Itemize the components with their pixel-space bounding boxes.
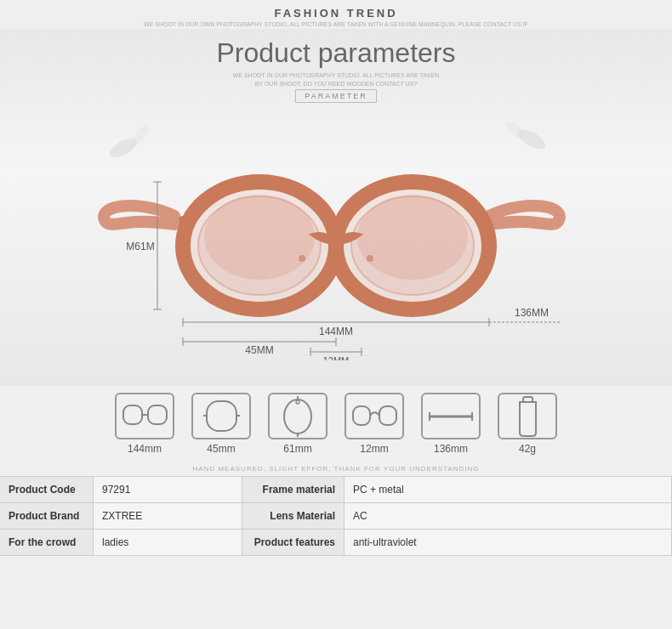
- fashion-trend-title: FASHION TREND: [0, 7, 672, 20]
- value-frame-material: PC + metal: [345, 477, 672, 502]
- bottle-icon: [513, 395, 543, 438]
- icon-item-45: 45mm: [191, 393, 251, 455]
- svg-point-10: [299, 255, 305, 262]
- header-subtitle: WE SHOOT IN OUR OWN PHOTOGRAPHY STUDIO, …: [0, 21, 672, 27]
- label-for-crowd: For the crowd: [0, 530, 94, 555]
- svg-point-12: [179, 216, 187, 224]
- double-lens-icon: [122, 401, 168, 431]
- oval-lens-icon: [279, 395, 317, 438]
- svg-point-41: [296, 400, 299, 404]
- svg-text:136MM: 136MM: [515, 307, 549, 319]
- icon-item-42: 42g: [498, 393, 557, 455]
- params-section: Product parameters WE SHOOT IN OUR PHOTO…: [0, 29, 672, 386]
- bridge-icon: [351, 400, 398, 434]
- icon-item-144: 144mm: [115, 393, 174, 455]
- svg-text:45MM: 45MM: [245, 344, 273, 356]
- table-row-3: For the crowd ladies Product features an…: [0, 530, 672, 556]
- icon-label-42: 42g: [519, 443, 536, 455]
- icon-box-12: [345, 393, 404, 439]
- label-product-code: Product Code: [0, 477, 94, 502]
- icon-box-42: [498, 393, 557, 439]
- label-frame-material: Frame material: [242, 477, 345, 502]
- svg-rect-35: [207, 401, 236, 431]
- icon-box-136: [421, 393, 481, 439]
- icon-item-12: 12mm: [345, 393, 404, 455]
- value-product-brand: ZXTREE: [94, 503, 242, 529]
- svg-rect-32: [123, 405, 142, 424]
- icon-label-45: 45mm: [207, 443, 235, 455]
- hand-measured-note: HAND MEASURED, SLIGHT EFFOR, THANK FOR Y…: [0, 462, 672, 476]
- svg-point-11: [367, 255, 373, 262]
- svg-text:M61M: M61M: [126, 241, 154, 252]
- value-product-code: 97291: [94, 477, 242, 502]
- glasses-img-area: 144MM 45MM 12MM M61M: [98, 122, 574, 360]
- single-lens-icon: [202, 397, 241, 435]
- label-lens-material: Lens Material: [242, 503, 345, 529]
- svg-rect-42: [353, 406, 370, 425]
- svg-text:12MM: 12MM: [323, 355, 350, 360]
- icon-box-45: [191, 393, 251, 439]
- page-wrapper: FASHION TREND WE SHOOT IN OUR OWN PHOTOG…: [0, 0, 672, 629]
- table-row-2: Product Brand ZXTREE Lens Material AC: [0, 503, 672, 530]
- product-table: Product Code 97291 Frame material PC + m…: [0, 476, 672, 556]
- label-product-features: Product features: [242, 530, 345, 555]
- svg-rect-43: [379, 406, 396, 425]
- label-product-brand: Product Brand: [0, 503, 94, 529]
- temple-icon: [425, 404, 476, 429]
- table-row-1: Product Code 97291 Frame material PC + m…: [0, 477, 672, 503]
- params-sub2: BY OUR SHOOT. DO YOU NEED WOODEN CONTACT…: [17, 81, 655, 87]
- glasses-svg: 144MM 45MM 12MM M61M: [98, 122, 574, 360]
- icon-label-12: 12mm: [360, 443, 388, 455]
- svg-point-38: [284, 400, 311, 434]
- params-title: Product parameters: [17, 37, 655, 69]
- icon-item-136: 136mm: [421, 393, 481, 455]
- parameter-badge: PARAMETER: [295, 89, 376, 103]
- svg-text:144MM: 144MM: [319, 326, 353, 337]
- value-product-features: anti-ultraviolet: [345, 530, 672, 555]
- svg-point-9: [357, 195, 468, 280]
- icon-label-144: 144mm: [128, 443, 162, 455]
- icon-box-61: [268, 393, 327, 439]
- icons-row: 144mm 45mm 61mm: [0, 386, 672, 462]
- svg-rect-33: [148, 405, 167, 424]
- params-sub1: WE SHOOT IN OUR PHOTOGRAPHY STUDIO. ALL …: [17, 72, 655, 78]
- icon-label-61: 61mm: [283, 443, 311, 455]
- icon-box-144: [115, 393, 174, 439]
- value-for-crowd: ladies: [94, 530, 242, 555]
- icon-label-136: 136mm: [434, 443, 468, 455]
- value-lens-material: AC: [345, 503, 672, 529]
- glasses-diagram: 144MM 45MM 12MM M61M: [17, 110, 655, 373]
- icon-item-61: 61mm: [268, 393, 327, 455]
- svg-point-6: [204, 195, 315, 280]
- svg-point-13: [476, 216, 485, 224]
- header: FASHION TREND WE SHOOT IN OUR OWN PHOTOG…: [0, 0, 672, 29]
